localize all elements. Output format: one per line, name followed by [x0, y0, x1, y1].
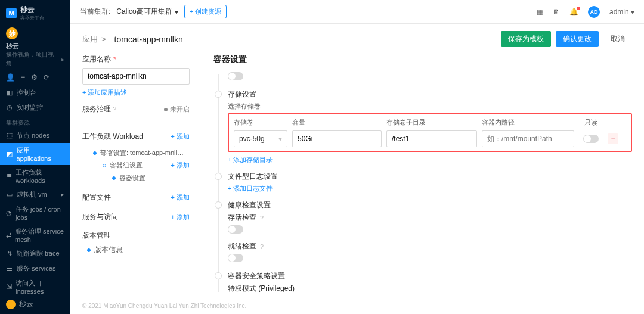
service-gov-status: 未开启	[170, 105, 190, 113]
footer-avatar-icon	[6, 300, 16, 309]
right-panel: 容器设置 存储设置 选择存储卷 存储卷 容量 存储卷子目录	[190, 54, 632, 292]
nav-label: 控制台	[17, 88, 36, 97]
chevron-right-icon[interactable]: ▸	[61, 56, 64, 63]
service-access-title: 服务与访问	[82, 212, 118, 222]
mountpath-input[interactable]	[482, 130, 574, 147]
security-title: 容器安全策略设置	[228, 271, 632, 281]
cluster-select[interactable]: Calico高可用集群 ▾	[116, 7, 178, 17]
subpath-input[interactable]	[386, 130, 477, 147]
sidebar-item[interactable]: ↯链路追踪 trace	[0, 246, 70, 261]
sidebar-item[interactable]: ◧控制台	[0, 85, 70, 100]
avatar-name: 秒云	[6, 42, 64, 51]
readiness-toggle[interactable]	[228, 254, 243, 262]
help-icon[interactable]: ?	[260, 214, 264, 222]
help-icon[interactable]: ?	[113, 105, 116, 113]
sidebar-tools: 👤 ≡ ⚙ ⟳	[0, 71, 70, 85]
nav-label: 应用 applications	[17, 146, 64, 162]
chevron-right-icon: ▸	[61, 191, 64, 198]
create-resource-button[interactable]: + 创建资源	[184, 5, 227, 18]
save-template-button[interactable]: 保存为模板	[501, 31, 551, 47]
add-description-link[interactable]: + 添加应用描述	[82, 88, 190, 97]
tree-deploy[interactable]: 部署设置: tomcat-app-mnllkn-deploy-0	[82, 147, 190, 159]
sidebar-item[interactable]: ☰服务 services	[0, 261, 70, 276]
select-volume-label: 选择存储卷	[228, 102, 632, 111]
add-config-file-link[interactable]: + 添加	[171, 193, 190, 202]
sidebar: M 秒云 容器云平台 妙 秒云 操作视角：项目视角 ▸ 👤 ≡ ⚙ ⟳ ◧控制台…	[0, 0, 70, 314]
nav-icon: ⬚	[6, 132, 13, 139]
add-container-group-link[interactable]: + 添加	[171, 161, 190, 170]
add-storage-dir-link[interactable]: + 添加存储目录	[228, 156, 632, 164]
add-service-access-link[interactable]: + 添加	[171, 213, 190, 222]
sidebar-item[interactable]: ⬚节点 nodes	[0, 128, 70, 143]
left-panel: 应用名称* + 添加应用描述 服务治理 ? 未开启 工作负载 Workload …	[82, 54, 190, 292]
gear-icon[interactable]: ⚙	[31, 73, 38, 82]
th-volume: 存储卷	[234, 118, 287, 127]
nav-icon: ◷	[6, 104, 13, 111]
config-file-title: 配置文件	[82, 192, 111, 203]
nav: ◧控制台◷实时监控集群资源⬚节点 nodes◩应用 applications≣工…	[0, 85, 70, 294]
bell-icon[interactable]: 🔔	[569, 8, 578, 16]
grid-icon[interactable]: ▦	[537, 8, 543, 16]
nav-label: 实时监控	[17, 103, 43, 112]
add-workload-link[interactable]: + 添加	[171, 132, 190, 141]
nav-label: 访问入口 ingresses	[16, 279, 64, 294]
readonly-toggle[interactable]	[583, 135, 599, 143]
help-icon[interactable]: ?	[260, 243, 264, 250]
timeline-node-icon	[215, 91, 222, 98]
sidebar-item[interactable]: ≣工作负载 workloads	[0, 165, 70, 187]
sidebar-item[interactable]: ◷实时监控	[0, 100, 70, 115]
avatar[interactable]: 妙	[6, 27, 18, 39]
brand-name: 秒云	[20, 5, 44, 15]
sidebar-item[interactable]: ◩应用 applications	[0, 143, 70, 165]
nav-icon: ≣	[6, 172, 12, 180]
tree-container-group[interactable]: 容器组设置 + 添加	[82, 159, 190, 172]
footer-label: 秒云	[19, 299, 33, 309]
nav-icon: ⇲	[6, 283, 12, 291]
liveness-toggle[interactable]	[228, 225, 243, 234]
add-log-file-link[interactable]: + 添加日志文件	[228, 184, 632, 193]
nav-group-title: 集群资源	[0, 115, 70, 128]
nav-icon: ☰	[6, 265, 13, 272]
cancel-button[interactable]: 取消	[603, 31, 632, 47]
sidebar-item[interactable]: ▭虚拟机 vm▸	[0, 187, 70, 202]
nav-icon: ⇄	[6, 231, 11, 239]
brand: M 秒云 容器云平台	[0, 0, 70, 24]
volume-select[interactable]: pvc-50g ▾	[234, 130, 287, 147]
nav-label: 服务 services	[17, 264, 55, 273]
doc-icon[interactable]: 🗎	[553, 8, 560, 16]
app-name-input[interactable]	[82, 68, 190, 85]
sidebar-item[interactable]: ◔任务 jobs / cron jobs	[0, 202, 70, 224]
cluster-label: 当前集群:	[80, 7, 110, 17]
nav-label: 服务治理 service mesh	[15, 227, 64, 243]
user-badge[interactable]: AD	[588, 6, 600, 18]
confirm-button[interactable]: 确认更改	[556, 31, 599, 47]
timeline-node-icon	[215, 173, 222, 180]
version-mgmt-title: 版本管理	[82, 231, 190, 241]
th-subpath: 存储卷子目录	[386, 118, 477, 127]
nav-label: 任务 jobs / cron jobs	[16, 205, 64, 221]
tree-version-info[interactable]: 版本信息	[82, 243, 190, 257]
sidebar-item[interactable]: ⇲访问入口 ingresses	[0, 276, 70, 294]
username[interactable]: admin ▾	[609, 8, 634, 16]
breadcrumb-root[interactable]: 应用	[82, 34, 98, 45]
privileged-label: 特权模式 (Privileged)	[228, 284, 295, 292]
th-capacity: 容量	[292, 118, 382, 127]
user-icon[interactable]: 👤	[6, 73, 15, 82]
breadcrumb-sep: >	[101, 35, 106, 43]
th-readonly: 只读	[579, 118, 603, 127]
nav-label: 节点 nodes	[17, 131, 49, 140]
delete-row-button[interactable]: −	[608, 133, 618, 144]
bars-icon[interactable]: ≡	[21, 73, 25, 82]
file-log-title: 文件型日志设置	[228, 172, 632, 182]
sidebar-item[interactable]: ⇄服务治理 service mesh	[0, 224, 70, 246]
health-check-title: 健康检查设置	[228, 200, 632, 210]
chevron-down-icon: ▾	[631, 8, 634, 16]
tree-container-setting[interactable]: 容器设置	[82, 172, 190, 184]
toggle-prev[interactable]	[228, 72, 243, 80]
nav-label: 链路追踪 trace	[17, 249, 60, 258]
refresh-icon[interactable]: ⟳	[44, 73, 49, 82]
capacity-input[interactable]	[292, 130, 382, 147]
logo-icon: M	[6, 8, 17, 18]
nav-icon: ◔	[6, 209, 12, 217]
chevron-down-icon: ▾	[175, 8, 178, 16]
